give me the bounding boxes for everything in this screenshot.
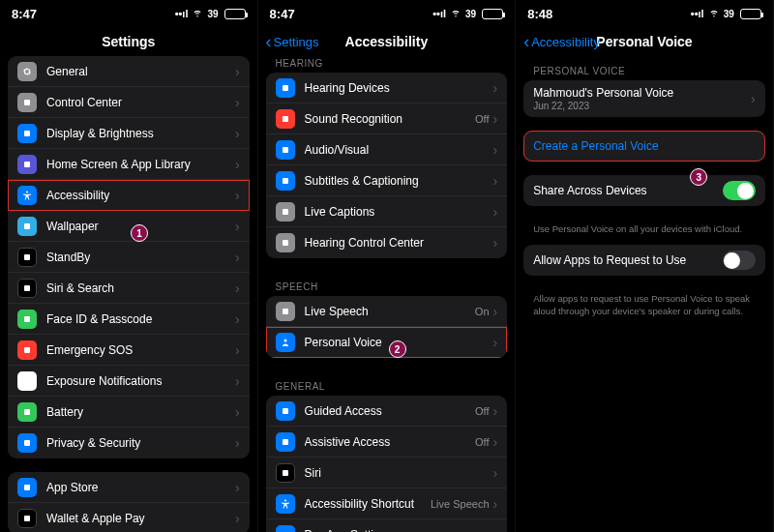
back-button[interactable]: ‹Accessibility [523, 33, 600, 50]
share-across-devices-row[interactable]: Share Across Devices [523, 175, 765, 206]
settings-row-personal-voice[interactable]: Personal Voice› [266, 327, 508, 358]
signal-icon: ••ıl [432, 8, 446, 19]
chevron-right-icon: › [235, 126, 240, 141]
page-title: Personal Voice [596, 34, 692, 49]
row-label: Home Screen & App Library [46, 158, 235, 171]
svg-rect-11 [24, 440, 30, 446]
svg-rect-24 [283, 470, 288, 476]
row-label: Face ID & Passcode [46, 312, 235, 326]
voice-entry[interactable]: Mahmoud's Personal Voice Jun 22, 2023 › [523, 80, 765, 117]
section-personal-voice: PERSONAL VOICE [516, 56, 773, 80]
share-toggle[interactable] [723, 181, 756, 200]
settings-row-sound-recognition[interactable]: Sound RecognitionOff› [266, 103, 508, 134]
group-speech: Live SpeechOn›Personal Voice› [266, 296, 508, 358]
status-indicators: ••ıl 39 [691, 7, 761, 20]
share-label: Share Across Devices [533, 184, 723, 197]
av-icon [276, 140, 295, 160]
row-label: Sound Recognition [305, 112, 475, 126]
sos-icon [17, 340, 37, 360]
settings-row-subtitles-captioning[interactable]: Subtitles & Captioning› [266, 165, 508, 196]
allow-apps-row[interactable]: Allow Apps to Request to Use [523, 245, 765, 276]
settings-row-live-captions[interactable]: Live Captions› [266, 196, 508, 227]
svg-rect-6 [24, 285, 30, 291]
row-label: Control Center [46, 96, 235, 109]
faceid-icon [17, 310, 37, 329]
row-label: Siri [305, 466, 493, 480]
chevron-right-icon: › [493, 235, 498, 251]
chevron-right-icon: › [235, 342, 240, 358]
settings-row-app-store[interactable]: App Store› [8, 472, 250, 503]
svg-rect-0 [24, 100, 30, 105]
step-badge-2: 2 [389, 340, 406, 358]
row-label: App Store [46, 481, 235, 494]
settings-row-face-id-passcode[interactable]: Face ID & Passcode› [8, 304, 250, 335]
row-detail: Live Speech [431, 498, 490, 510]
exposure-icon [17, 371, 37, 391]
settings-row-accessibility-shortcut[interactable]: Accessibility ShortcutLive Speech› [266, 488, 508, 519]
settings-row-audio-visual[interactable]: Audio/Visual› [266, 134, 508, 165]
chevron-right-icon: › [493, 173, 498, 189]
wallet-icon [17, 509, 37, 528]
svg-rect-20 [283, 309, 288, 314]
settings-row-hearing-devices[interactable]: Hearing Devices› [266, 73, 508, 103]
hand-icon [17, 433, 37, 453]
clock: 8:47 [12, 7, 37, 21]
ear-icon [276, 78, 295, 98]
grid-icon [17, 155, 37, 174]
settings-row-wallpaper[interactable]: Wallpaper› [8, 211, 250, 242]
chevron-right-icon: › [493, 142, 498, 158]
allow-footer: Allow apps to request to use Personal Vo… [516, 289, 773, 327]
personal-voice-list[interactable]: PERSONAL VOICE Mahmoud's Personal Voice … [516, 56, 773, 532]
settings-row-exposure-notifications[interactable]: Exposure Notifications› [8, 366, 250, 397]
accessibility-list[interactable]: HEARING Hearing Devices›Sound Recognitio… [258, 56, 516, 532]
settings-row-display-brightness[interactable]: Display & Brightness› [8, 118, 250, 149]
personal-voice-panel: 8:48 ••ıl 39 ‹Accessibility Personal Voi… [516, 0, 774, 532]
share-footer: Use Personal Voice on all your devices w… [516, 220, 773, 245]
group-allow: Allow Apps to Request to Use [523, 245, 765, 276]
settings-group-main: General›Control Center›Display & Brightn… [8, 56, 250, 458]
status-bar: 8:47 ••ıl 39 [258, 0, 516, 27]
settings-row-wallet-apple-pay[interactable]: Wallet & Apple Pay› [8, 503, 250, 532]
battery-percent: 39 [465, 9, 476, 19]
settings-row-accessibility[interactable]: Accessibility› [8, 180, 250, 211]
create-personal-voice-button[interactable]: Create a Personal Voice [523, 131, 765, 162]
svg-rect-19 [283, 240, 288, 246]
clock: 8:47 [270, 7, 295, 21]
settings-list[interactable]: General›Control Center›Display & Brightn… [0, 56, 257, 532]
allow-toggle[interactable] [723, 251, 756, 270]
page-title: Accessibility [345, 34, 429, 49]
settings-row-hearing-control-center[interactable]: Hearing Control Center› [266, 227, 508, 258]
settings-row-guided-access[interactable]: Guided AccessOff› [266, 396, 508, 427]
battery-percent: 39 [207, 9, 218, 19]
svg-rect-18 [283, 209, 288, 215]
settings-row-live-speech[interactable]: Live SpeechOn› [266, 296, 508, 327]
row-label: Privacy & Security [46, 436, 235, 450]
settings-row-assistive-access[interactable]: Assistive AccessOff› [266, 427, 508, 458]
settings-row-emergency-sos[interactable]: Emergency SOS› [8, 335, 250, 366]
settings-row-siri[interactable]: Siri› [266, 458, 508, 488]
row-label: Siri & Search [46, 281, 235, 295]
settings-row-per-app-settings[interactable]: Per-App Settings› [266, 519, 508, 532]
svg-point-25 [284, 499, 286, 501]
settings-row-privacy-security[interactable]: Privacy & Security› [8, 428, 250, 458]
svg-rect-15 [283, 116, 288, 122]
voice-name: Mahmoud's Personal Voice [533, 86, 673, 100]
row-detail: Off [475, 436, 489, 448]
settings-row-standby[interactable]: StandBy› [8, 242, 250, 273]
back-button[interactable]: ‹Settings [266, 33, 319, 50]
status-bar: 8:48 ••ıl 39 [516, 0, 773, 27]
section-speech: SPEECH [258, 272, 516, 296]
accessibility-panel: 8:47 ••ıl 39 ‹Settings Accessibility HEA… [258, 0, 517, 532]
group-create: Create a Personal Voice [523, 131, 765, 162]
settings-row-control-center[interactable]: Control Center› [8, 87, 250, 118]
row-label: Audio/Visual [305, 143, 493, 157]
group-general: Guided AccessOff›Assistive AccessOff›Sir… [266, 396, 508, 532]
chevron-right-icon: › [235, 219, 240, 234]
settings-row-general[interactable]: General› [8, 56, 250, 87]
settings-row-home-screen-app-library[interactable]: Home Screen & App Library› [8, 149, 250, 180]
settings-row-battery[interactable]: Battery› [8, 397, 250, 428]
row-label: Hearing Control Center [305, 236, 493, 250]
settings-row-siri-search[interactable]: Siri & Search› [8, 273, 250, 304]
svg-rect-17 [283, 178, 288, 184]
svg-rect-10 [24, 409, 30, 415]
